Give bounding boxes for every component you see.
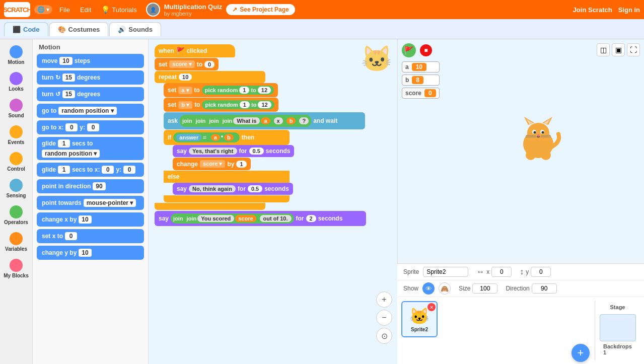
change-y-block[interactable]: change y by 10 — [37, 246, 144, 260]
move-block[interactable]: move 10 steps — [37, 54, 144, 68]
sprite-delete-button[interactable]: ✕ — [427, 303, 436, 311]
svg-point-10 — [537, 134, 540, 136]
direction-input[interactable] — [532, 283, 557, 294]
zoom-in-button[interactable]: + — [376, 292, 392, 308]
stage-sprite — [513, 114, 563, 166]
nav-right: Join Scratch Sign in — [573, 6, 640, 14]
edit-menu[interactable]: Edit — [77, 5, 94, 15]
looks-dot — [10, 72, 23, 85]
share-icon: ↗ — [232, 6, 237, 13]
if-block-top[interactable]: if answer = a * b — [164, 130, 290, 145]
right-panel: 🚩 ■ ◫ ▣ ⛶ a 10 b 8 — [397, 39, 644, 364]
main: Motion Looks Sound Events Control Sensin… — [0, 39, 644, 364]
ask-block[interactable]: ask join join join — [164, 112, 365, 129]
point-direction-block[interactable]: point in direction 90 — [37, 179, 144, 193]
stage-area: 🚩 ■ ◫ ▣ ⛶ a 10 b 8 — [397, 39, 644, 263]
turn-ccw-block[interactable]: turn ↺ 15 degrees — [37, 87, 144, 101]
glide-block[interactable]: glide 1 secs to random position ▾ — [37, 137, 144, 160]
sign-in-link[interactable]: Sign in — [618, 6, 640, 14]
sprite-thumb-sprite2[interactable]: ✕ 🐱 Sprite2 — [401, 301, 438, 337]
stop-button[interactable]: ■ — [420, 44, 432, 56]
project-title: Multiplication Quiz — [164, 3, 223, 11]
set-a-block[interactable]: set a ▾ to pick random 1 to 12 — [164, 83, 278, 97]
x-coord-group: ↔ x — [476, 267, 512, 277]
turn-cw-block[interactable]: turn ↻ 15 degrees — [37, 70, 144, 85]
project-avatar: 👤 — [146, 3, 160, 17]
sprite-info-row: Sprite ↔ x ↕ y — [397, 264, 644, 280]
size-input[interactable] — [472, 283, 497, 294]
code-area[interactable]: 🐱 when 🚩 clicked set score ▾ to — [149, 39, 397, 364]
code-icon: ⬛ — [13, 26, 21, 33]
point-towards-block[interactable]: point towards mouse-pointer ▾ — [37, 196, 144, 210]
change-score-block[interactable]: change score ▾ by 1 — [173, 158, 251, 170]
else-block: else — [164, 171, 290, 183]
svg-point-16 — [541, 150, 551, 160]
tabbar: ⬛ Code 🎨 Costumes 🔊 Sounds — [0, 19, 644, 39]
stage-small-button[interactable]: ◫ — [597, 43, 610, 56]
zoom-reset-button[interactable]: ⊙ — [376, 328, 392, 344]
svg-point-1 — [527, 123, 549, 143]
x-coord-input[interactable] — [491, 267, 512, 277]
scratch-logo[interactable]: SCRATCH — [4, 2, 30, 17]
stage-right-buttons: ◫ ▣ ⛶ — [597, 43, 640, 56]
size-group: Size — [459, 283, 497, 294]
navbar: SCRATCH 🌐 ▾ File Edit 💡 Tutorials 👤 Mult… — [0, 0, 644, 19]
tutorials-menu[interactable]: 💡 Tutorials — [98, 5, 139, 15]
category-motion[interactable]: Motion — [1, 43, 31, 67]
category-sensing[interactable]: Sensing — [1, 177, 31, 200]
tab-code[interactable]: ⬛ Code — [4, 22, 48, 36]
sprite-show-row: Show 👁 🙈 Size Direction — [397, 280, 644, 297]
show-button[interactable]: 👁 — [422, 282, 435, 295]
repeat-block[interactable]: repeat 10 — [155, 71, 265, 83]
category-sound[interactable]: Sound — [1, 97, 31, 120]
globe-button[interactable]: 🌐 ▾ — [34, 5, 52, 14]
category-myblocks[interactable]: My Blocks — [1, 257, 31, 280]
y-coord-group: ↕ y — [520, 267, 551, 277]
tab-costumes[interactable]: 🎨 Costumes — [49, 22, 109, 36]
sprites-row: ✕ 🐱 Sprite2 + Stage Backdrops 1 — [397, 297, 644, 364]
say-no-block[interactable]: say No, think again for 0.5 seconds — [173, 183, 293, 195]
when-flag-clicked-block[interactable]: when 🚩 clicked — [155, 44, 235, 57]
join-scratch-link[interactable]: Join Scratch — [573, 6, 612, 14]
say-yes-block[interactable]: say Yes, that's right for 0.5 seconds — [173, 145, 294, 157]
set-score-block[interactable]: set score ▾ to 0 — [155, 58, 219, 70]
category-looks[interactable]: Looks — [1, 70, 31, 94]
zoom-out-button[interactable]: − — [376, 310, 392, 326]
variables-dot — [10, 232, 23, 245]
category-variables[interactable]: Variables — [1, 230, 31, 254]
sprite-name-input[interactable] — [423, 267, 468, 277]
svg-point-15 — [526, 150, 536, 160]
svg-point-8 — [533, 131, 536, 134]
y-coord-input[interactable] — [531, 267, 551, 277]
script-stack: when 🚩 clicked set score ▾ to 0 — [155, 44, 366, 226]
category-operators[interactable]: Operators — [1, 203, 31, 227]
stage-fullscreen-button[interactable]: ⛶ — [627, 43, 640, 56]
cat-svg — [513, 114, 563, 164]
green-flag-button[interactable]: 🚩 — [402, 43, 416, 57]
change-x-block[interactable]: change x by 10 — [37, 212, 144, 227]
zoom-controls: + − ⊙ — [376, 292, 392, 344]
variable-monitors: a 10 b 8 score 0 — [402, 61, 440, 99]
category-events[interactable]: Events — [1, 123, 31, 147]
sprite-panel: Sprite ↔ x ↕ y Show 👁 🙈 Size — [397, 263, 644, 364]
costumes-icon: 🎨 — [58, 26, 66, 33]
tab-sounds[interactable]: 🔊 Sounds — [109, 22, 161, 36]
sprite-icon: 🐱 — [409, 307, 430, 326]
final-say-block[interactable]: say join join You scored score out of 10… — [155, 211, 366, 226]
goto-xy-block[interactable]: go to x: 0 y: 0 — [37, 120, 144, 134]
category-control[interactable]: Control — [1, 150, 31, 174]
set-x-block[interactable]: set x to 0 — [37, 229, 144, 243]
file-menu[interactable]: File — [56, 5, 73, 15]
flag-icon: 🚩 — [176, 47, 185, 55]
glide-xy-block[interactable]: glide 1 secs to x: 0 y: 0 — [37, 163, 144, 177]
hide-button[interactable]: 🙈 — [439, 282, 451, 295]
var-monitor-b: b 8 — [402, 75, 440, 86]
sound-dot — [10, 99, 23, 112]
stage-medium-button[interactable]: ▣ — [612, 43, 625, 56]
see-project-button[interactable]: ↗ See Project Page — [226, 4, 295, 15]
goto-block[interactable]: go to random position ▾ — [37, 104, 144, 118]
stage-backdrop-thumb[interactable] — [600, 314, 636, 341]
add-sprite-button[interactable]: + — [571, 344, 590, 362]
sensing-dot — [10, 179, 23, 192]
set-b-block[interactable]: set b ▾ to pick random 1 to 12 — [164, 98, 278, 112]
